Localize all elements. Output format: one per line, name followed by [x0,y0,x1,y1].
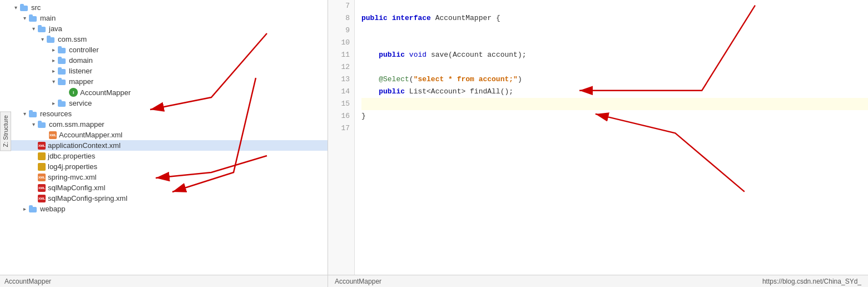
tree-item-comssm[interactable]: com.ssm [0,34,328,44]
code-line-14: public List<Account> findAll(); [361,86,868,98]
code-line-10 [361,37,868,49]
tree-label-accountmapperxml: AccountMapper.xml [59,131,122,139]
structure-tab-container: Z: Structure [0,111,11,151]
sidebar-bottom-label: AccountMapper [4,278,51,285]
tree-label-listener: listener [69,67,92,75]
tree-item-sqlmapconfig[interactable]: XML sqlMapConfig.xml [0,182,328,193]
tree-item-controller[interactable]: controller [0,44,328,55]
code-line-12 [361,61,868,73]
tree-label-comssmmapper: com.ssm.mapper [49,120,105,128]
editor-content: 7 8 9 10 11 12 13 14 15 16 17 public int… [328,0,868,275]
folder-icon-main [29,14,38,22]
folder-icon-service [58,100,67,107]
structure-tab[interactable]: Z: Structure [0,111,11,151]
line-num-9: 9 [328,24,354,37]
tree-item-applicationcontextxml[interactable]: XML applicationContext.xml [0,140,328,151]
line-num-8: 8 [328,12,354,24]
tree-item-src[interactable]: src [0,2,328,13]
folder-icon-src [20,4,29,11]
file-icon-springmvcxml: XML [38,174,46,181]
tree-item-accountmapper[interactable]: I AccountMapper [0,87,328,98]
code-line-11: public void save(Account account); [361,49,868,61]
code-line-13: @Select("select * from account;") [361,73,868,86]
line-numbers: 7 8 9 10 11 12 13 14 15 16 17 [328,0,355,275]
folder-icon-webapp [29,205,38,212]
code-line-7 [361,0,868,12]
file-icon-sqlmapconfig: XML [38,184,46,192]
code-line-15 [361,98,868,110]
file-icon-applicationcontextxml: XML [38,142,46,150]
expand-arrow-domain[interactable] [49,57,58,63]
line-num-12: 12 [328,61,354,73]
expand-arrow-java[interactable] [29,26,38,32]
file-icon-sqlmapconfigspring: XML [38,195,46,202]
tree-label-java: java [49,24,62,33]
expand-arrow-listener[interactable] [49,68,58,74]
expand-arrow-service[interactable] [49,100,58,106]
tree-label-jdbcproperties: jdbc.properties [48,152,95,160]
expand-arrow-resources[interactable] [20,111,29,117]
code-editor-panel: 7 8 9 10 11 12 13 14 15 16 17 public int… [328,0,868,287]
tree-label-resources: resources [40,110,72,118]
folder-icon-comssmmapper [38,121,47,128]
tree-item-listener[interactable]: listener [0,66,328,76]
tree-label-domain: domain [69,56,93,65]
line-num-13: 13 [328,73,354,86]
editor-bottom-left: AccountMapper [335,278,381,285]
tree-label-src: src [31,3,41,12]
code-line-8: public interface AccountMapper { [361,12,868,24]
expand-arrow-comssm[interactable] [38,36,47,42]
tree-item-webapp[interactable]: webapp [0,204,328,214]
tree-label-service: service [69,99,92,107]
expand-arrow-controller[interactable] [49,47,58,53]
line-num-11: 11 [328,49,354,61]
tree-label-comssm: com.ssm [58,35,87,43]
tree-item-accountmapperxml[interactable]: XML AccountMapper.xml [0,130,328,140]
tree-item-comssmmapper[interactable]: com.ssm.mapper [0,119,328,130]
expand-arrow-mapper[interactable] [49,78,58,85]
tree-label-controller: controller [69,46,98,54]
expand-arrow-comssmmapper[interactable] [29,121,38,127]
expand-arrow-main[interactable] [20,15,29,21]
folder-icon-listener [58,67,67,75]
tree-item-springmvcxml[interactable]: XML spring-mvc.xml [0,172,328,182]
folder-icon-java [38,25,47,32]
tree-item-java[interactable]: java [0,23,328,34]
line-num-7: 7 [328,0,354,12]
file-icon-log4jproperties [38,163,46,171]
tree-label-sqlmapconfigspring: sqlMapConfig-spring.xml [48,194,127,202]
line-num-10: 10 [328,37,354,49]
code-content[interactable]: public interface AccountMapper { public … [355,0,868,275]
tree-item-mapper[interactable]: mapper [0,76,328,87]
file-tree[interactable]: src main java com.ssm [0,0,328,275]
folder-icon-domain [58,57,67,64]
tree-label-applicationcontextxml: applicationContext.xml [48,141,121,150]
folder-icon-controller [58,46,67,53]
tree-label-accountmapper: AccountMapper [80,88,131,97]
tree-item-resources[interactable]: resources [0,108,328,119]
editor-status-bar: AccountMapper https://blog.csdn.net/Chin… [328,275,868,287]
tree-item-main[interactable]: main [0,13,328,23]
line-num-17: 17 [328,122,354,135]
folder-icon-mapper [58,78,67,85]
tree-label-webapp: webapp [40,205,66,213]
tree-item-sqlmapconfigspring[interactable]: XML sqlMapConfig-spring.xml [0,193,328,204]
file-icon-jdbcproperties [38,152,46,160]
file-icon-accountmapperxml: XML [49,131,57,139]
code-line-17 [361,122,868,135]
code-line-16: } [361,110,868,122]
editor-bottom-right: https://blog.csdn.net/China_SYd_ [762,278,861,285]
line-num-15: 15 [328,98,354,110]
tree-item-jdbcproperties[interactable]: jdbc.properties [0,151,328,161]
tree-label-sqlmapconfig: sqlMapConfig.xml [48,184,105,192]
tree-item-service[interactable]: service [0,98,328,108]
file-tree-panel: src main java com.ssm [0,0,328,287]
tree-item-log4jproperties[interactable]: log4j.properties [0,161,328,172]
tree-item-domain[interactable]: domain [0,55,328,66]
tree-label-log4jproperties: log4j.properties [48,162,97,171]
expand-arrow-webapp[interactable] [20,206,29,212]
expand-arrow-src[interactable] [11,4,20,11]
code-line-9 [361,24,868,37]
tree-label-main: main [40,14,56,22]
line-num-14: 14 [328,86,354,98]
